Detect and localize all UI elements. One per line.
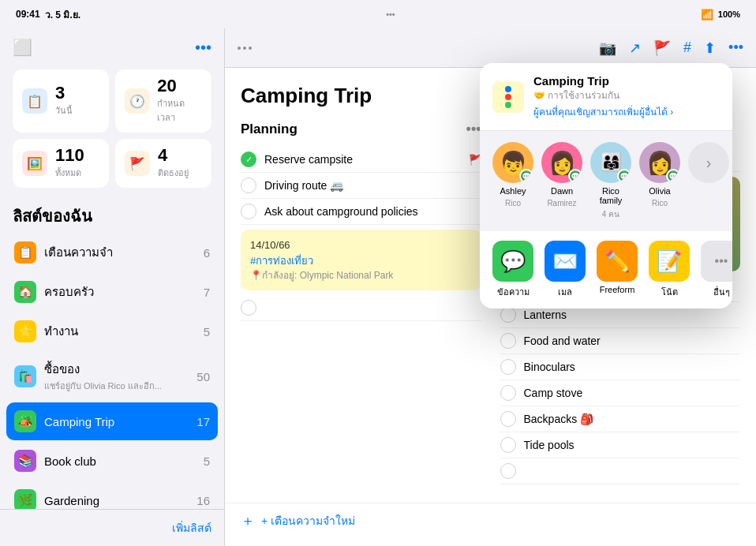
checkbox-lanterns[interactable] xyxy=(500,307,516,323)
camera-icon[interactable]: 📷 xyxy=(599,39,616,57)
app-freeform[interactable]: ✏️ Freeform xyxy=(597,241,638,299)
list-count-shopping: 50 xyxy=(196,370,210,383)
checklist-text-reserve: Reserve campsite xyxy=(264,153,461,166)
list-count-reminders: 6 xyxy=(204,246,210,260)
checkbox-campground[interactable] xyxy=(241,204,256,219)
checkbox-food[interactable] xyxy=(500,333,516,349)
share-icon[interactable]: ⬆ xyxy=(704,39,716,57)
stat-today-content: 3 วันนี้ xyxy=(55,84,73,118)
stat-scheduled-label: กำหนดเวลา xyxy=(157,96,202,125)
list-icon-gardening: 🌿 xyxy=(14,489,36,509)
checkbox-binoculars[interactable] xyxy=(500,359,516,375)
add-list-button[interactable]: เพิ่มลิสต์ xyxy=(172,519,211,537)
stat-scheduled-number: 20 xyxy=(157,77,202,95)
avatar-olivia[interactable]: 👩 💬 Olivia Rico xyxy=(639,142,680,220)
list-label-shopping-container: ซื้อของ แชร์อยู่กับ Olivia Rico และอีก..… xyxy=(44,360,196,393)
note-card-date: 14/10/66 xyxy=(250,237,472,253)
status-date: ว. 5 มิ.ย. xyxy=(45,7,80,22)
location-icon[interactable]: ↗ xyxy=(629,39,641,57)
avatar-name-olivia: Olivia xyxy=(649,186,671,196)
share-note-title: Camping Trip xyxy=(533,74,720,88)
list-label-gardening: Gardening xyxy=(44,494,196,507)
share-note-icon xyxy=(492,81,524,113)
avatar-badge-ricofamily: 💬 xyxy=(617,169,631,183)
checkbox-driving[interactable] xyxy=(241,178,256,193)
list-sublabel-shopping: แชร์อยู่กับ Olivia Rico และอีก... xyxy=(44,379,196,393)
stat-all-number: 110 xyxy=(55,147,84,164)
list-item-reminders[interactable]: 📋 เตือนความจำ 6 xyxy=(6,234,218,271)
stat-scheduled-icon: 🕐 xyxy=(125,88,149,114)
sidebar-toggle-icon[interactable]: ⬜ xyxy=(13,38,32,57)
sidebar-more-icon[interactable]: ••• xyxy=(195,39,211,57)
list-item-family[interactable]: 🏠 ครอบครัว 7 xyxy=(6,273,218,311)
avatar-circle-more: › xyxy=(688,142,729,183)
packing-item-7: Tide pools xyxy=(500,432,741,458)
add-reminder-text[interactable]: + เตือนความจำใหม่ xyxy=(261,512,355,529)
stat-all-content: 110 ทั้งหมด xyxy=(55,147,84,180)
list-item-bookclub[interactable]: 📚 Book club 5 xyxy=(6,442,218,480)
note-card-location: 📍กำลังอยู่: Olympic National Park xyxy=(250,268,472,282)
wifi-icon: 📶 xyxy=(701,9,713,21)
stat-today-label: วันนี้ xyxy=(55,103,73,118)
stat-today[interactable]: 📋 3 วันนี้ xyxy=(13,69,109,133)
status-time: 09:41 xyxy=(16,9,40,20)
stat-scheduled[interactable]: 🕐 20 กำหนดเวลา xyxy=(115,69,211,133)
note-toolbar: 📷 ↗ 🚩 # ⬆ ••• xyxy=(225,28,756,68)
share-collab-link[interactable]: ผู้คนที่คุณเชิญสามารถเพิ่มผู้อื่นได้ › xyxy=(533,104,720,119)
avatar-circle-ricofamily: 👨‍👩‍👧 💬 xyxy=(590,142,631,183)
list-item-work[interactable]: ⭐ ทำงาน 5 xyxy=(6,312,218,350)
planning-more-icon[interactable]: ••• xyxy=(466,121,481,137)
checkbox-backpacks[interactable] xyxy=(500,411,516,427)
avatar-name-dawn: Dawn xyxy=(551,186,573,196)
avatar-ricofamily[interactable]: 👨‍👩‍👧 💬 Rico family 4 คน xyxy=(590,142,631,220)
list-item-shopping[interactable]: 🛍️ ซื้อของ แชร์อยู่กับ Olivia Rico และอี… xyxy=(6,352,218,401)
status-left: 09:41 ว. 5 มิ.ย. xyxy=(16,7,80,22)
planning-item-2: Ask about campground policies xyxy=(241,199,481,225)
more-options-icon[interactable]: ••• xyxy=(728,39,743,56)
stat-all[interactable]: 🖼️ 110 ทั้งหมด xyxy=(13,139,109,188)
list-count-bookclub: 5 xyxy=(204,454,210,468)
app-mail[interactable]: ✉️ เมล xyxy=(545,241,586,299)
avatar-subname-ricofamily: 4 คน xyxy=(602,208,619,220)
hashtag-icon[interactable]: # xyxy=(683,39,691,56)
stat-flagged-icon: 🚩 xyxy=(125,151,150,176)
app-icon-more: ••• xyxy=(701,241,732,282)
avatar-subname-olivia: Rico xyxy=(652,199,668,208)
list-item-camping[interactable]: 🏕️ Camping Trip 17 xyxy=(6,402,218,440)
app-label-mail: เมล xyxy=(558,285,572,299)
flag-icon[interactable]: 🚩 xyxy=(653,39,671,57)
list-item-gardening[interactable]: 🌿 Gardening 16 xyxy=(6,481,218,509)
app-more[interactable]: ••• อื่นๆ xyxy=(701,241,732,299)
stat-flagged[interactable]: 🚩 4 ติดธงอยู่ xyxy=(115,139,211,188)
stat-scheduled-content: 20 กำหนดเวลา xyxy=(157,77,202,125)
list-label-reminders: เตือนความจำ xyxy=(44,243,204,262)
list-count-camping: 17 xyxy=(196,415,210,428)
list-count-gardening: 16 xyxy=(196,494,210,507)
toolbar-left xyxy=(238,47,252,50)
avatar-dawn[interactable]: 👩 💬 Dawn Ramirez xyxy=(541,142,582,220)
list-icon-reminders: 📋 xyxy=(14,241,36,264)
packing-item-6: Backpacks 🎒 xyxy=(500,406,741,432)
checkbox-reserve[interactable]: ✓ xyxy=(241,151,256,167)
checkbox-extra[interactable] xyxy=(241,300,256,316)
toolbar-right: 📷 ↗ 🚩 # ⬆ ••• xyxy=(599,39,743,57)
avatar-more[interactable]: › xyxy=(688,142,729,220)
list-label-family: ครอบครัว xyxy=(44,282,204,301)
list-count-family: 7 xyxy=(204,286,210,299)
app-messages[interactable]: 💬 ข้อความ xyxy=(492,241,533,299)
share-people: 👦 💬 Ashley Rico 👩 💬 Dawn Ramirez 👨‍👩‍👧 💬… xyxy=(480,131,732,231)
avatar-ashley[interactable]: 👦 💬 Ashley Rico xyxy=(492,142,533,220)
share-apps: 💬 ข้อความ ✉️ เมล ✏️ Freeform 📝 โน้ต ••• … xyxy=(480,231,732,309)
checkbox-tidepools[interactable] xyxy=(500,437,516,453)
add-reminder-icon[interactable]: ＋ xyxy=(241,511,255,530)
packing-item-5: Camp stove xyxy=(500,380,741,406)
status-bar: 09:41 ว. 5 มิ.ย. ••• 📶 100% xyxy=(0,0,756,28)
checkbox-camp-stove[interactable] xyxy=(500,385,516,401)
list-items-container: 📋 เตือนความจำ 6 🏠 ครอบครัว 7 ⭐ ทำงาน 5 🛍… xyxy=(0,234,224,509)
app-notes[interactable]: 📝 โน้ต xyxy=(649,241,690,299)
stat-flagged-label: ติดธงอยู่ xyxy=(158,166,189,180)
share-overlay: Camping Trip 🤝 การใช้งานร่วมกัน ผู้คนที่… xyxy=(480,63,732,309)
list-icon-bookclub: 📚 xyxy=(14,450,36,472)
checkbox-add[interactable] xyxy=(500,463,516,479)
avatar-circle-dawn: 👩 💬 xyxy=(541,142,582,183)
